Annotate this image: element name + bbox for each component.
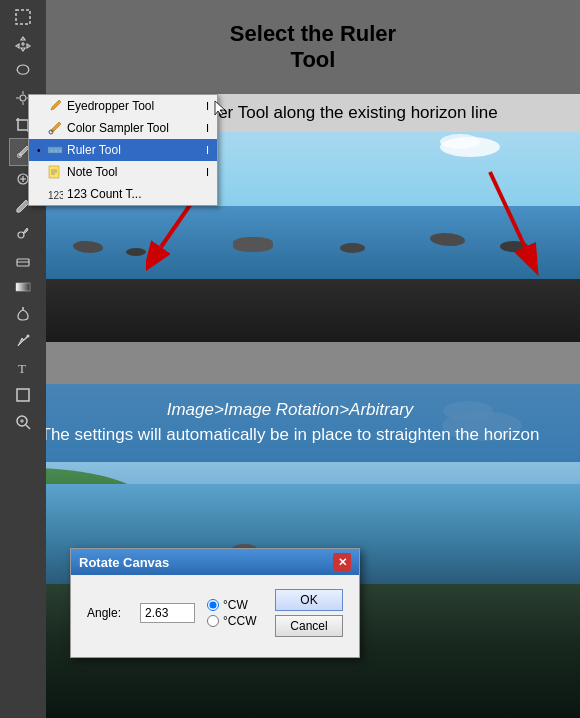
menu-item-ruler[interactable]: • Ruler Tool I — [29, 139, 217, 161]
svg-point-15 — [27, 335, 30, 338]
dialog-buttons: OK Cancel — [275, 589, 343, 637]
color-sampler-menu-icon — [47, 120, 63, 136]
dialog-body: Angle: °CW °CCW OK Cancel — [71, 575, 359, 657]
menu-item-color-sampler[interactable]: Color Sampler Tool I — [29, 117, 217, 139]
radio-ccw-item: °CCW — [207, 614, 256, 628]
count-menu-icon: 123 — [47, 186, 63, 202]
menu-dot-ruler: • — [37, 145, 43, 156]
tool-type[interactable]: T — [10, 355, 36, 381]
svg-text:123: 123 — [48, 190, 63, 201]
tool-pen[interactable] — [10, 328, 36, 354]
radio-ccw[interactable] — [207, 615, 219, 627]
menu-label-color-sampler: Color Sampler Tool — [67, 121, 169, 135]
note-menu-icon — [47, 164, 63, 180]
svg-point-10 — [18, 232, 24, 238]
menu-item-count[interactable]: 123 123 Count T... — [29, 183, 217, 205]
tool-gradient[interactable] — [10, 274, 36, 300]
dialog-close-button[interactable]: ✕ — [333, 553, 351, 571]
top-instruction-text: Select the Ruler Tool — [230, 21, 396, 74]
dialog-radio-group: °CW °CCW — [207, 598, 256, 628]
dialog-angle-row: Angle: °CW °CCW OK Cancel — [87, 589, 343, 637]
arrow-right — [470, 162, 550, 282]
svg-line-19 — [26, 425, 30, 429]
tool-move[interactable] — [10, 31, 36, 57]
radio-cw-label: °CW — [223, 598, 248, 612]
dialog-angle-label: Angle: — [87, 606, 132, 620]
dialog-close-icon: ✕ — [338, 556, 347, 569]
bottom-panel: Image>Image Rotation>Arbitrary The setti… — [0, 384, 580, 718]
dialog-angle-input[interactable] — [140, 603, 195, 623]
bottom-instruction-italic: Image>Image Rotation>Arbitrary — [30, 400, 550, 420]
cloud2 — [440, 134, 480, 149]
svg-point-5 — [20, 95, 26, 101]
bottom-instruction-overlay: Image>Image Rotation>Arbitrary The setti… — [0, 384, 580, 462]
svg-text:T: T — [18, 361, 26, 376]
tool-shape[interactable] — [10, 382, 36, 408]
dialog-title: Rotate Canvas — [79, 555, 169, 570]
svg-rect-13 — [16, 283, 30, 291]
menu-item-note[interactable]: Note Tool I — [29, 161, 217, 183]
tool-eraser[interactable] — [10, 247, 36, 273]
menu-shortcut-eyedropper: I — [206, 100, 209, 112]
cursor-indicator — [213, 99, 225, 120]
menu-shortcut-note: I — [206, 166, 209, 178]
bottom-instruction-text: The settings will automatically be in pl… — [30, 424, 550, 446]
tool-dodge[interactable] — [10, 301, 36, 327]
top-instruction-line1: Select the Ruler — [230, 21, 396, 46]
rock2 — [126, 248, 146, 256]
context-menu: Eyedropper Tool I Color Sampler Tool I • — [28, 94, 218, 206]
menu-label-count: 123 Count T... — [67, 187, 142, 201]
ruler-menu-icon — [47, 142, 63, 158]
menu-label-note: Note Tool — [67, 165, 117, 179]
dialog-titlebar: Rotate Canvas ✕ — [71, 549, 359, 575]
tool-lasso[interactable] — [10, 58, 36, 84]
menu-label-eyedropper: Eyedropper Tool — [67, 99, 154, 113]
rotate-canvas-dialog: Rotate Canvas ✕ Angle: °CW °CCW — [70, 548, 360, 658]
tool-marquee[interactable] — [10, 4, 36, 30]
menu-shortcut-color-sampler: I — [206, 122, 209, 134]
radio-ccw-label: °CCW — [223, 614, 256, 628]
top-instruction-panel: Select the Ruler Tool — [46, 0, 580, 94]
menu-item-eyedropper[interactable]: Eyedropper Tool I — [29, 95, 217, 117]
menu-shortcut-ruler: I — [206, 144, 209, 156]
rock3 — [233, 237, 273, 252]
tool-clone[interactable] — [10, 220, 36, 246]
radio-cw[interactable] — [207, 599, 219, 611]
svg-rect-17 — [17, 389, 29, 401]
dialog-cancel-button[interactable]: Cancel — [275, 615, 343, 637]
beach-sand — [46, 279, 580, 342]
top-instruction-line2: Tool — [291, 47, 336, 72]
svg-line-38 — [490, 172, 525, 247]
svg-rect-0 — [16, 10, 30, 24]
radio-cw-item: °CW — [207, 598, 256, 612]
dialog-ok-button[interactable]: OK — [275, 589, 343, 611]
tool-zoom[interactable] — [10, 409, 36, 435]
menu-label-ruler: Ruler Tool — [67, 143, 121, 157]
eyedropper-menu-icon — [47, 98, 63, 114]
